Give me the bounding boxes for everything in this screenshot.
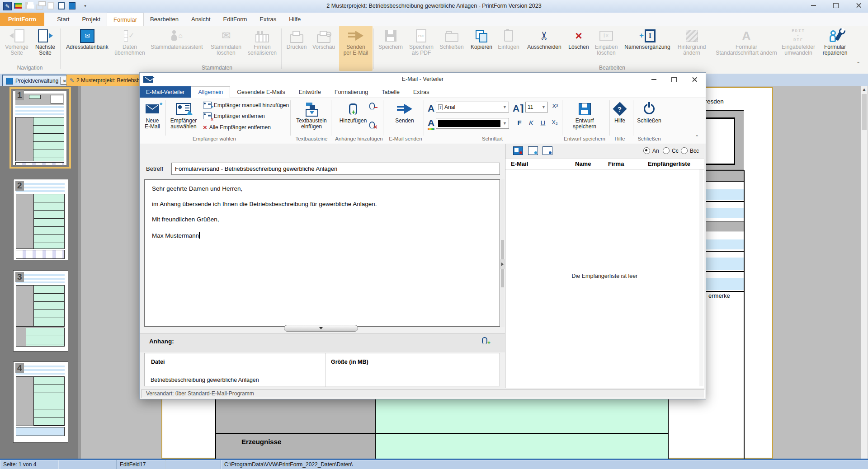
- dialog-tab-allgemein[interactable]: Allgemein: [191, 86, 230, 98]
- add-recipient-manual-button[interactable]: * Empfänger manuell hinzufügen: [203, 102, 289, 108]
- font-size-select[interactable]: 11 ▼: [525, 102, 548, 113]
- vertical-scrollbar[interactable]: ▲: [861, 86, 868, 459]
- ribbon-button-stammdatenassistent[interactable]: ⌂ Stammdatenassistent: [148, 27, 205, 50]
- insert-textblock-button[interactable]: Textbaustein einfügen: [291, 100, 332, 130]
- dialog-tab-entwuerfe[interactable]: Entwürfe: [292, 86, 328, 98]
- column-header-firma[interactable]: Firma: [608, 160, 624, 167]
- font-color-select[interactable]: ▼: [436, 118, 509, 129]
- dialog-maximize-button[interactable]: [667, 75, 681, 84]
- superscript-button[interactable]: X²: [550, 103, 560, 109]
- remove-recipient-button[interactable]: × Empfänger entfernen: [203, 113, 265, 119]
- ribbon-button-adressdatenbank[interactable]: ✉ Adressdatenbank: [62, 27, 113, 50]
- tab-editform[interactable]: EditForm: [217, 13, 254, 26]
- remove-all-recipients-button[interactable]: × Alle Empfänger entfernen: [203, 123, 271, 131]
- scroll-up-icon[interactable]: ▲: [861, 87, 868, 92]
- attachment-row-file[interactable]: Betriebsbeschreibung gewerbliche Anlagen: [151, 377, 259, 383]
- panel-splitter-button[interactable]: [500, 259, 505, 269]
- radio-bcc-circle[interactable]: [681, 147, 688, 154]
- addressbook-remove-icon[interactable]: [513, 146, 523, 155]
- ribbon-button-vorschau[interactable]: Vorschau: [310, 27, 338, 50]
- font-name-select[interactable]: T Arial ▼: [436, 102, 509, 113]
- send-button[interactable]: Senden: [389, 100, 420, 124]
- ribbon-button-standardschriftart[interactable]: A Formular Standardschriftart ändern: [714, 27, 779, 56]
- collapse-toolbar-icon[interactable]: ⌃: [695, 134, 699, 140]
- dialog-tab-verteiler[interactable]: E-Mail-Verteiler: [140, 86, 191, 98]
- ribbon-button-hintergrund-aendern[interactable]: Hintergrund ändern: [673, 27, 710, 56]
- page-thumbnail-2[interactable]: [13, 179, 68, 260]
- ribbon-button-naechste-seite[interactable]: Nächste Seite: [31, 27, 59, 56]
- page-thumbnail-3[interactable]: [13, 270, 68, 352]
- ribbon-button-speichern-als-pdf[interactable]: PDF Speichern als PDF: [405, 27, 438, 56]
- select-recipients-button[interactable]: Empfänger auswählen: [167, 100, 200, 130]
- ribbon-button-loeschen[interactable]: × Löschen: [566, 27, 591, 50]
- ribbon-button-ausschneiden[interactable]: ✂ Ausschneiden: [524, 27, 565, 50]
- dialog-close-button[interactable]: [688, 75, 701, 84]
- ribbon-button-eingabefelder-umwandeln[interactable]: EDIT▾RTF Eingabefelder umwandeln: [778, 27, 818, 56]
- sidebar-divider[interactable]: [78, 86, 81, 459]
- dialog-tab-tabelle[interactable]: Tabelle: [375, 86, 406, 98]
- tab-hilfe[interactable]: Hilfe: [283, 13, 307, 26]
- ribbon-button-senden-per-email[interactable]: Senden per E-Mail: [339, 26, 373, 71]
- ribbon-button-vorherige-seite[interactable]: Vorherige Seite: [2, 27, 32, 56]
- tab-formular[interactable]: Formular: [107, 13, 144, 26]
- ribbon-button-stammdaten-loeschen[interactable]: ✉× Stammdaten löschen: [206, 27, 246, 56]
- scrollbar-thumb[interactable]: [862, 94, 867, 130]
- dialog-tab-gesendete[interactable]: Gesendete E-Mails: [230, 86, 292, 98]
- contact-import-icon[interactable]: [528, 146, 538, 155]
- ribbon-button-firmen-serialisieren[interactable]: Firmen serialisieren: [244, 27, 281, 56]
- subject-input[interactable]: [171, 163, 500, 175]
- tab-projektverwaltung[interactable]: Projektverwaltung ✕: [2, 75, 72, 87]
- contact-add-icon[interactable]: [542, 146, 552, 155]
- column-header-name[interactable]: Name: [575, 160, 591, 167]
- tab-ansicht[interactable]: Ansicht: [185, 13, 217, 26]
- column-header-empfaengerliste[interactable]: Empfängerliste: [648, 160, 690, 167]
- underline-button[interactable]: U: [538, 119, 548, 127]
- email-body[interactable]: Sehr geehrte Damen und Herren, im Anhang…: [144, 179, 500, 327]
- save-draft-button[interactable]: Entwurf speichern: [566, 100, 603, 130]
- close-dialog-button[interactable]: Schließen: [636, 100, 663, 124]
- tab-projekt[interactable]: Projekt: [76, 13, 107, 26]
- tab-bearbeiten[interactable]: Bearbeiten: [144, 13, 185, 26]
- body-scrollbar[interactable]: [500, 179, 505, 327]
- ribbon-button-drucken[interactable]: Drucken: [283, 27, 310, 50]
- horizontal-splitter-handle[interactable]: [284, 325, 358, 332]
- body-line: im Anhang übersende ich Ihnen die Betrie…: [152, 201, 492, 207]
- ribbon: Vorherige Seite Nächste Seite ✉ Adressda…: [0, 26, 868, 74]
- subscript-button[interactable]: X₂: [550, 119, 560, 126]
- ribbon-button-kopieren[interactable]: Kopieren: [467, 27, 495, 50]
- ribbon-button-einfuegen[interactable]: Einfügen: [495, 27, 522, 50]
- new-email-button[interactable]: * Neue E-Mail: [141, 100, 164, 130]
- subject-label: Betreff: [146, 165, 163, 172]
- remove-attachment-icon[interactable]: −: [369, 103, 375, 110]
- radio-an[interactable]: An: [643, 147, 659, 154]
- ribbon-button-eingaben-loeschen[interactable]: I× Eingaben löschen: [591, 27, 621, 56]
- dialog-tab-extras[interactable]: Extras: [406, 86, 436, 98]
- maximize-button[interactable]: [827, 1, 844, 10]
- radio-cc-circle[interactable]: [663, 147, 670, 154]
- radio-an-circle[interactable]: [643, 147, 650, 154]
- ribbon-button-schliessen[interactable]: Schließen: [438, 27, 466, 50]
- add-attachment-icon[interactable]: +: [482, 337, 491, 346]
- ribbon-button-speichern[interactable]: Speichern: [376, 27, 406, 50]
- bold-button[interactable]: F: [514, 119, 524, 127]
- ribbon-button-namensergaenzung[interactable]: +I Namensergänzung: [622, 27, 673, 50]
- page-thumbnail-4[interactable]: [13, 361, 68, 443]
- add-attachment-button[interactable]: + Hinzufügen: [335, 100, 371, 124]
- help-button[interactable]: ? Hilfe: [610, 100, 630, 124]
- radio-cc[interactable]: Cc: [663, 147, 679, 154]
- tab-printform[interactable]: PrintForm: [0, 13, 44, 26]
- close-button[interactable]: [850, 1, 867, 10]
- minimize-button[interactable]: [805, 1, 822, 10]
- radio-bcc[interactable]: Bcc: [681, 147, 699, 154]
- italic-button[interactable]: K: [526, 119, 536, 127]
- column-header-email[interactable]: E-Mail: [511, 160, 528, 167]
- tab-extras[interactable]: Extras: [253, 13, 283, 26]
- recipient-scrollbar[interactable]: [699, 169, 703, 386]
- dialog-tab-formatierung[interactable]: Formatierung: [328, 86, 375, 98]
- collapse-ribbon-icon[interactable]: ⌃: [856, 61, 860, 67]
- dialog-minimize-button[interactable]: [647, 75, 660, 84]
- remove-all-attachments-icon[interactable]: ×: [369, 122, 375, 129]
- ribbon-button-daten-uebernehmen[interactable]: ✓ Daten übernehmen: [108, 27, 151, 56]
- ribbon-button-formular-reparieren[interactable]: Formular reparieren: [819, 27, 851, 56]
- tab-start[interactable]: Start: [51, 13, 75, 26]
